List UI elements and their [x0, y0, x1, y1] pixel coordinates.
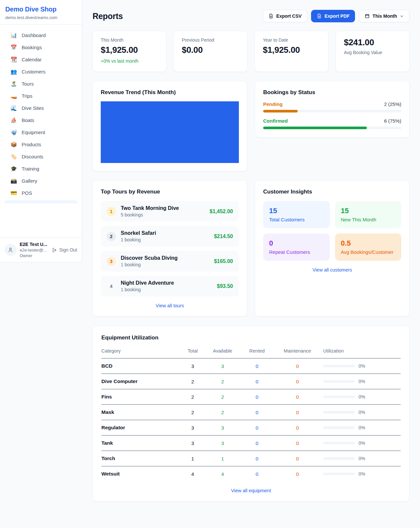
customer-insights-card: Customer Insights 15 Total Customers 15 …: [255, 180, 410, 316]
view-all-customers-link[interactable]: View all customers: [263, 267, 401, 273]
cell-rented: 0: [239, 420, 275, 436]
cell-utilization: 0%: [320, 405, 401, 420]
page-header: Reports Export CSV Export PDF: [93, 10, 410, 22]
sidebar-item-products[interactable]: 📦 Products: [0, 138, 82, 151]
sign-out-label: Sign Out: [59, 247, 77, 253]
tile-value: 15: [269, 207, 324, 215]
utilization-pct: 0%: [359, 394, 365, 399]
sidebar-item-training[interactable]: 🎓 Training: [0, 163, 82, 175]
sidebar-item-reports-partial[interactable]: [4, 200, 78, 203]
cell-maintenance: 0: [275, 405, 320, 420]
utilization-bar-track: [323, 365, 355, 367]
table-row: Fins 2 2 0 0 0%: [101, 389, 401, 405]
sign-out-button[interactable]: Sign Out: [52, 247, 77, 253]
sidebar-item-calendar[interactable]: 📆 Calendar: [0, 53, 82, 66]
app-layout: Demo Dive Shop demo.test.divestreams.com…: [0, 0, 420, 515]
sidebar-item-bookings[interactable]: 📅 Bookings: [0, 41, 82, 53]
sidebar-item-trips[interactable]: 🚤 Trips: [0, 90, 82, 102]
status-bar-fill: [263, 110, 298, 112]
sidebar-item-pos[interactable]: 💳 POS: [0, 187, 82, 199]
tour-revenue: $1,452.00: [210, 209, 233, 214]
rank-badge: 2: [107, 232, 116, 241]
sidebar-item-dive-sites[interactable]: 🌊 Dive Sites: [0, 102, 82, 114]
customers-icon: 👥: [10, 69, 17, 74]
revenue-trend-title: Revenue Trend (This Month): [101, 89, 239, 96]
sidebar-nav: 📊 Dashboard 📅 Bookings 📆 Calendar 👥 Cust…: [0, 25, 82, 237]
stat-card-previous-period: Previous Period $0.00: [174, 31, 247, 72]
user-email: e2e-tester@...: [20, 248, 49, 253]
table-row: Dive Computer 2 2 0 0 0%: [101, 374, 401, 389]
cell-rented: 0: [239, 374, 275, 389]
user-footer: E2E Test U... e2e-tester@... Owner Sign …: [0, 237, 82, 262]
stat-value: $1,925.00: [263, 45, 320, 55]
cell-utilization: 0%: [320, 466, 401, 482]
cell-total: 3: [179, 358, 206, 374]
export-csv-button[interactable]: Export CSV: [263, 10, 307, 22]
tour-name: Snorkel Safari: [121, 230, 156, 236]
sidebar-item-boats[interactable]: ⛵ Boats: [0, 114, 82, 126]
calendar-icon: 📆: [10, 57, 17, 62]
sidebar-item-tours[interactable]: 🏝️ Tours: [0, 78, 82, 90]
utilization-bar-track: [323, 457, 355, 460]
cell-rented: 0: [239, 405, 275, 420]
cell-available: 2: [206, 405, 239, 420]
cell-rented: 0: [239, 466, 275, 482]
status-label: Confirmed: [263, 118, 288, 124]
sidebar-item-customers[interactable]: 👥 Customers: [0, 66, 82, 78]
utilization-bar-track: [323, 442, 355, 444]
stat-value: $241.00: [344, 37, 401, 48]
sidebar-item-label: Tours: [22, 81, 34, 87]
tour-bookings: 1 booking: [121, 287, 174, 292]
rank-badge: 3: [107, 257, 116, 266]
cell-available: 3: [206, 420, 239, 436]
export-pdf-button[interactable]: Export PDF: [311, 10, 355, 22]
table-row: Regulator 3 3 0 0 0%: [101, 420, 401, 436]
main-content: Reports Export CSV Export PDF: [82, 0, 420, 515]
stat-label: Avg Booking Value: [344, 50, 401, 55]
tour-list-item: 2 Snorkel Safari 1 booking $214.50: [101, 226, 239, 247]
cell-maintenance: 0: [275, 358, 320, 374]
cell-total: 1: [179, 451, 206, 466]
cell-total: 2: [179, 405, 206, 420]
table-row: Wetsuit 4 4 0 0 0%: [101, 466, 401, 482]
bookings-calendar-icon: 📅: [10, 45, 17, 50]
sidebar-item-label: Discounts: [22, 154, 43, 159]
col-header-utilization: Utilization: [320, 346, 401, 358]
tile-label: Repeat Customers: [269, 249, 324, 255]
tile-value: 15: [341, 207, 396, 215]
stat-value: $0.00: [182, 45, 239, 55]
status-bar-track: [263, 127, 401, 129]
status-label: Pending: [263, 101, 283, 107]
cell-available: 4: [206, 466, 239, 482]
tour-revenue: $214.50: [214, 234, 233, 239]
sidebar-item-gallery[interactable]: 📸 Gallery: [0, 175, 82, 187]
tile-value: 0: [269, 239, 324, 248]
tour-name: Night Dive Adventure: [121, 280, 174, 286]
col-header-category: Category: [101, 346, 179, 358]
sidebar-item-dashboard[interactable]: 📊 Dashboard: [0, 29, 82, 41]
cell-category: Fins: [101, 389, 179, 405]
utilization-bar-track: [323, 411, 355, 414]
tile-label: Avg Bookings/Customer: [341, 249, 396, 255]
stat-card-year-to-date: Year to Date $1,925.00: [255, 31, 328, 72]
view-all-equipment-link[interactable]: View all equipment: [101, 488, 401, 493]
sailboat-icon: ⛵: [10, 118, 17, 123]
user-meta: E2E Test U... e2e-tester@... Owner: [20, 242, 49, 258]
utilization-pct: 0%: [359, 425, 365, 430]
tour-name: Discover Scuba Diving: [121, 255, 178, 261]
top-tours-title: Top Tours by Revenue: [101, 189, 239, 195]
equipment-table: Category Total Available Rented Maintena…: [101, 346, 401, 481]
sidebar-item-discounts[interactable]: 🏷️ Discounts: [0, 151, 82, 163]
cell-rented: 0: [239, 436, 275, 451]
page-title: Reports: [93, 11, 123, 21]
insights-row: Top Tours by Revenue 1 Two Tank Morning …: [93, 180, 410, 316]
sidebar-item-equipment[interactable]: 🤿 Equipment: [0, 126, 82, 138]
tours-island-icon: 🏝️: [10, 81, 17, 87]
cell-category: Dive Computer: [101, 374, 179, 389]
shop-name[interactable]: Demo Dive Shop: [5, 6, 76, 13]
view-all-tours-link[interactable]: View all tours: [101, 303, 239, 308]
period-dropdown[interactable]: This Month: [359, 10, 410, 22]
stat-card-avg-booking-value: $241.00 Avg Booking Value: [336, 31, 410, 72]
bookings-by-status-title: Bookings by Status: [263, 89, 401, 96]
user-name: E2E Test U...: [20, 242, 49, 247]
